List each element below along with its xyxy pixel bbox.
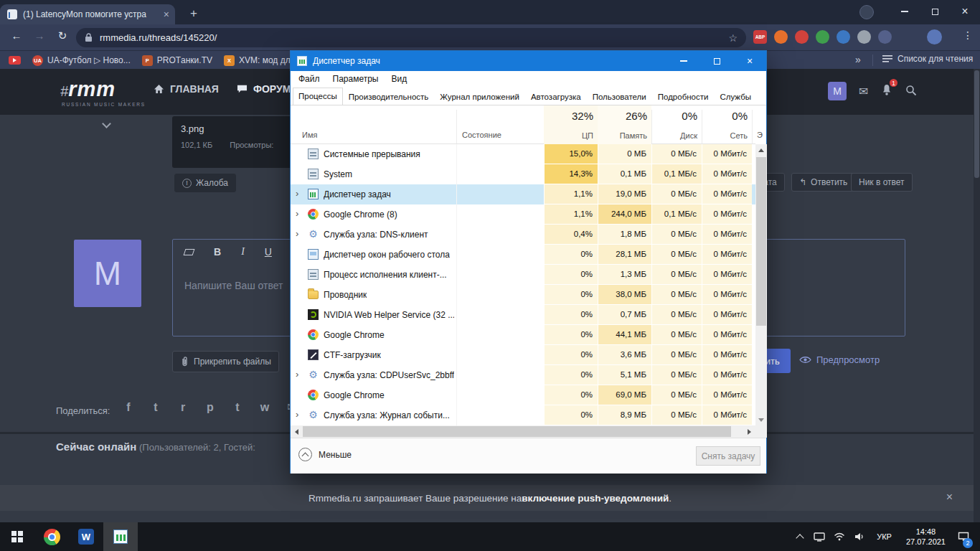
forum-logo[interactable]: #rmm bbox=[60, 77, 116, 101]
bookmark-item[interactable]: PPROTанки.TV bbox=[142, 55, 212, 66]
process-row[interactable]: ›⚙Служба узла: CDPUserSvc_2bbff0%5,1 МБ0… bbox=[291, 365, 755, 385]
process-row[interactable]: Системные прерывания15,0%0 МБ0 МБ/с0 Мби… bbox=[291, 144, 755, 164]
ext-blue-icon[interactable] bbox=[837, 30, 850, 44]
forward-icon[interactable]: → bbox=[32, 29, 47, 42]
process-row[interactable]: NVIDIA Web Helper Service (32 ...0%0,7 М… bbox=[291, 305, 755, 325]
taskbar-task-manager-button[interactable] bbox=[103, 522, 138, 551]
bookmark-star-icon[interactable]: ☆ bbox=[728, 32, 738, 44]
tm-tab-6[interactable]: Подробности bbox=[652, 88, 715, 104]
column-header-cpu[interactable]: 32% ЦП bbox=[544, 105, 598, 144]
nick-reply-button[interactable]: Ник в ответ bbox=[851, 173, 913, 192]
bookmark-item[interactable] bbox=[9, 56, 21, 65]
tm-vscroll-thumb[interactable] bbox=[756, 157, 766, 326]
pinterest-icon[interactable]: p bbox=[204, 401, 217, 414]
tm-titlebar[interactable]: Диспетчер задач × bbox=[291, 51, 766, 71]
tm-vertical-scrollbar[interactable] bbox=[755, 144, 767, 425]
end-task-button[interactable]: Снять задачу bbox=[696, 446, 760, 466]
expander-icon[interactable]: › bbox=[296, 228, 298, 239]
fewer-details-button[interactable]: Меньше bbox=[298, 448, 352, 461]
scroll-right-button[interactable] bbox=[743, 425, 755, 438]
facebook-icon[interactable]: f bbox=[122, 401, 135, 414]
adblock-icon[interactable]: ABP bbox=[753, 30, 767, 44]
browser-minimize-button[interactable] bbox=[890, 0, 920, 23]
twitter-icon[interactable]: t bbox=[149, 401, 162, 414]
reading-list-button[interactable]: Список для чтения bbox=[882, 54, 973, 64]
ext-gray-icon[interactable] bbox=[857, 30, 871, 44]
display-tray-icon[interactable] bbox=[809, 522, 829, 551]
ext-orange-icon[interactable] bbox=[774, 30, 788, 44]
collapse-chevron-icon[interactable] bbox=[102, 119, 111, 128]
remove-format-icon[interactable] bbox=[184, 249, 195, 255]
taskbar-chrome-button[interactable] bbox=[34, 522, 69, 551]
process-row[interactable]: System14,3%0,1 МБ0,1 МБ/с0 Мбит/с bbox=[291, 164, 755, 184]
column-header-memory[interactable]: 26% Память bbox=[598, 105, 651, 144]
bookmark-item[interactable]: XXVM: мод дл... bbox=[224, 55, 298, 66]
new-tab-button[interactable]: + bbox=[185, 5, 202, 22]
process-row[interactable]: Google Chrome0%69,0 МБ0 МБ/с0 Мбит/с bbox=[291, 385, 755, 405]
bookmark-item[interactable]: UAUA-Футбол ▷ Ново... bbox=[32, 55, 131, 66]
tm-menu-item[interactable]: Файл bbox=[292, 74, 326, 84]
tm-tab-7[interactable]: Службы bbox=[714, 88, 757, 104]
attach-files-button[interactable]: Прикрепить файлы bbox=[172, 351, 279, 372]
bookmarks-overflow-icon[interactable]: » bbox=[855, 54, 861, 65]
address-bar[interactable]: rmmedia.ru/threads/145220/ ☆ bbox=[76, 28, 746, 47]
profile-avatar-icon[interactable] bbox=[927, 29, 942, 44]
expander-icon[interactable]: › bbox=[296, 208, 298, 219]
search-button[interactable] bbox=[905, 85, 917, 96]
nav-item-forum[interactable]: ФОРУМ bbox=[237, 83, 291, 95]
tm-horizontal-scrollbar[interactable] bbox=[291, 425, 755, 438]
process-row[interactable]: ›Google Chrome (8)1,1%244,0 МБ0,1 МБ/с0 … bbox=[291, 204, 755, 225]
column-header-disk[interactable]: 0% Диск bbox=[651, 105, 702, 144]
tab-close-icon[interactable]: × bbox=[164, 9, 169, 20]
whatsapp-icon[interactable]: w bbox=[258, 401, 271, 414]
page-scrollbar-thumb[interactable] bbox=[974, 70, 979, 178]
volume-tray-icon[interactable] bbox=[849, 522, 870, 551]
expander-icon[interactable]: › bbox=[296, 369, 298, 380]
tm-minimize-button[interactable] bbox=[667, 51, 700, 71]
scroll-up-button[interactable] bbox=[755, 144, 767, 156]
browser-close-button[interactable]: × bbox=[950, 0, 980, 23]
header-user-avatar[interactable]: M bbox=[828, 82, 847, 100]
column-header-network[interactable]: 0% Сеть bbox=[702, 105, 752, 144]
network-tray-icon[interactable] bbox=[829, 522, 849, 551]
attachment-card[interactable]: 3.png 102,1 КБ Просмотры: bbox=[172, 116, 308, 168]
nav-item-home[interactable]: ГЛАВНАЯ bbox=[154, 83, 219, 95]
start-button[interactable] bbox=[0, 522, 34, 551]
process-row[interactable]: Процесс исполнения клиент-...0%1,3 МБ0 М… bbox=[291, 265, 755, 285]
column-header-status[interactable]: Состояние bbox=[462, 131, 501, 139]
process-row[interactable]: Диспетчер окон рабочего стола0%28,1 МБ0 … bbox=[291, 245, 755, 265]
scroll-left-button[interactable] bbox=[291, 425, 303, 438]
hidden-icons-button[interactable] bbox=[791, 522, 809, 551]
italic-icon[interactable]: I bbox=[241, 246, 245, 258]
process-row[interactable]: Google Chrome0%44,1 МБ0 МБ/с0 Мбит/с bbox=[291, 325, 755, 345]
browser-menu-kebab-icon[interactable]: ⋮ bbox=[960, 29, 976, 41]
tm-tab-3[interactable]: Журнал приложений bbox=[434, 88, 525, 104]
tm-tab-2[interactable]: Производительность bbox=[343, 88, 435, 104]
report-button[interactable]: ! Жалоба bbox=[174, 174, 236, 192]
browser-tab[interactable]: (1) LatencyMon помогите устра × bbox=[0, 4, 175, 24]
reddit-icon[interactable]: r bbox=[176, 401, 189, 414]
tm-tab-1[interactable]: Процессы bbox=[293, 88, 343, 105]
bold-icon[interactable]: B bbox=[214, 246, 221, 258]
messages-button[interactable]: ✉ bbox=[859, 85, 868, 98]
back-icon[interactable]: ← bbox=[9, 29, 24, 42]
push-close-icon[interactable]: × bbox=[946, 491, 953, 504]
underline-icon[interactable]: U bbox=[265, 246, 272, 258]
column-header-name[interactable]: Имя bbox=[302, 131, 317, 139]
process-row[interactable]: CTF-загрузчик0%3,6 МБ0 МБ/с0 Мбит/с bbox=[291, 345, 755, 365]
process-row[interactable]: ›⚙Служба узла: DNS-клиент0,4%1,8 МБ0 МБ/… bbox=[291, 225, 755, 245]
tab-strip-avatar-icon[interactable] bbox=[859, 5, 874, 19]
reload-icon[interactable]: ↻ bbox=[55, 29, 70, 42]
process-row[interactable]: ›Диспетчер задач1,1%19,0 МБ0 МБ/с0 Мбит/… bbox=[291, 184, 755, 204]
clock[interactable]: 14:4827.07.2021 bbox=[899, 522, 953, 551]
tumblr-icon[interactable]: t bbox=[231, 401, 244, 414]
tm-menu-item[interactable]: Параметры bbox=[326, 74, 385, 84]
preview-button[interactable]: Предпросмотр bbox=[799, 354, 880, 365]
scroll-down-button[interactable] bbox=[755, 414, 767, 425]
tm-close-button[interactable]: × bbox=[733, 51, 766, 71]
process-row[interactable]: Проводник0%38,0 МБ0 МБ/с0 Мбит/с bbox=[291, 285, 755, 305]
ext-red-icon[interactable] bbox=[795, 30, 809, 44]
expander-icon[interactable]: › bbox=[296, 188, 298, 199]
process-row[interactable]: ›⚙Служба узла: Журнал событи...0%8,9 МБ0… bbox=[291, 405, 755, 425]
taskbar-word-button[interactable]: W bbox=[69, 522, 103, 551]
